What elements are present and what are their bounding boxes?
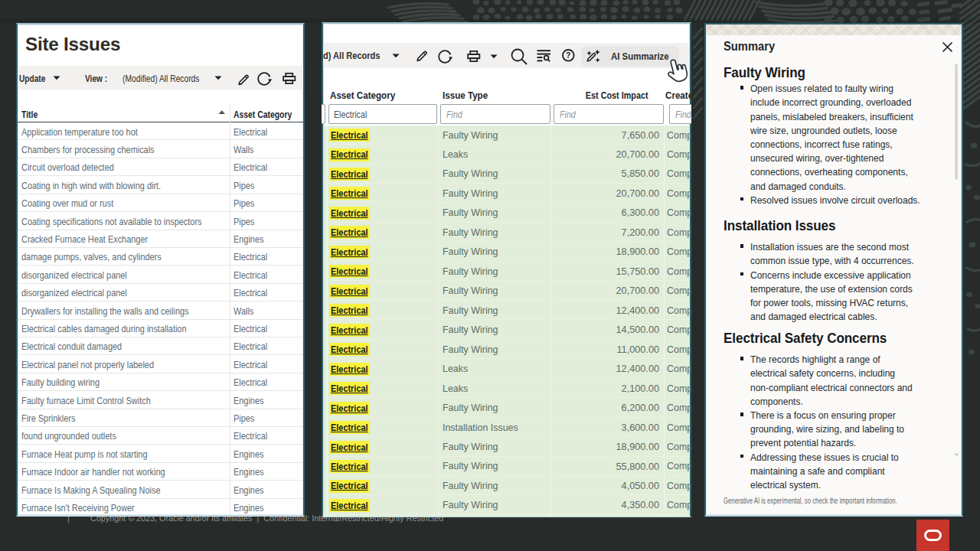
- svg-text:?: ?: [566, 51, 570, 60]
